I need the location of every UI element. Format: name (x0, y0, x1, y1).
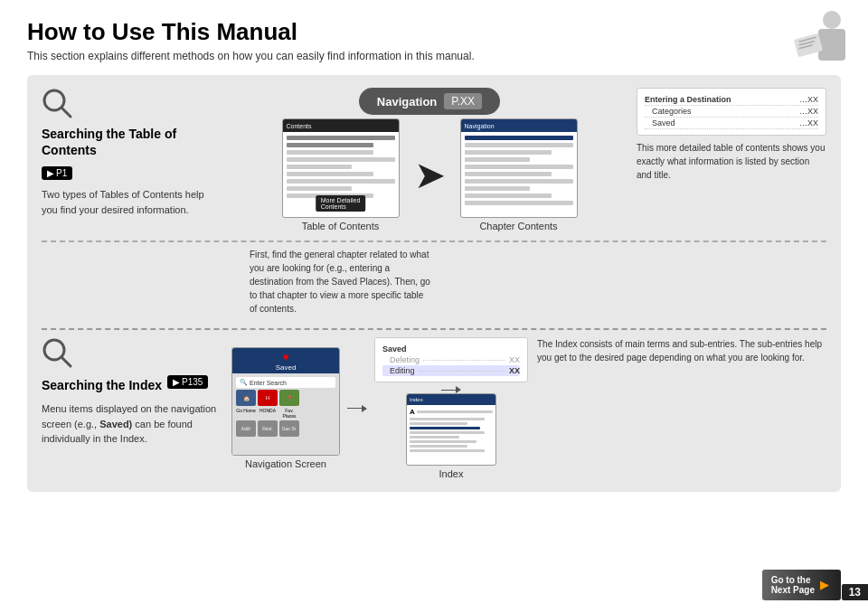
screens-row: Contents (282, 118, 578, 231)
toc-entry-box: Entering a Destination …XX Categories …X… (637, 88, 826, 136)
toc-screen-wrap: Contents (282, 118, 400, 231)
page-title: How to Use This Manual (27, 18, 841, 46)
top-section-desc: Two types of Tables of Contents help you… (42, 187, 222, 217)
i-line-highlight (410, 427, 480, 429)
bottom-right-desc: The Index consists of main terms and sub… (537, 337, 826, 364)
index-a-line (417, 410, 493, 413)
toc-screen-lines: More DetailedContents (283, 132, 399, 202)
bottom-left-col: Searching the Index P135 Menu items disp… (42, 337, 222, 447)
toc-line-4 (287, 157, 395, 162)
i-line-5 (410, 440, 476, 443)
search-magnifier: 🔍 (240, 379, 248, 386)
toc-line-2 (287, 143, 373, 147)
ch-line-3 (465, 150, 552, 155)
chapter-desc: This more detailed table of contents sho… (637, 141, 826, 182)
i-line-2 (410, 422, 467, 425)
toc-destination-page: …XX (799, 95, 818, 104)
nav-bar-label: Navigation (377, 95, 437, 108)
index-arrow-body (441, 390, 456, 391)
top-section-title: Searching the Table of Contents (42, 126, 222, 158)
chapter-screen-label: Chapter Contents (479, 221, 557, 231)
nav-screen-wrap: ♥ Saved 🔍 Enter Search 🏠 H (231, 347, 340, 469)
saved-screen-bottom: 🔍 Enter Search 🏠 H 📍 Go Home HONDA (232, 373, 339, 455)
saved-screen-top: ♥ Saved (232, 348, 339, 373)
content-area: Searching the Table of Contents P1 Two t… (27, 75, 841, 492)
page-number: 13 (842, 584, 868, 600)
top-left-col: Searching the Table of Contents P1 Two t… (42, 88, 222, 217)
index-row-editing: Editing XX (382, 365, 520, 376)
svg-point-0 (823, 11, 841, 29)
saved-label: Saved (276, 363, 297, 372)
next-page-label: Go to theNext Page (771, 575, 815, 595)
ch-line-4 (465, 157, 530, 162)
bottom-section-title: Searching the Index (42, 377, 162, 393)
right-arrow-icon: ➤ (414, 156, 446, 194)
ch-line-2 (465, 143, 573, 147)
i-line-3 (410, 431, 485, 434)
nav-screen-label: Navigation Screen (245, 458, 326, 469)
top-descriptions-row: First, find the general chapter related … (42, 248, 826, 316)
section-separator (42, 328, 826, 330)
saved-top-content: ♥ Saved (276, 351, 297, 372)
chapter-screen-wrap: Navigation (460, 118, 578, 231)
index-editing-page: XX (509, 366, 520, 375)
index-arrow-head-icon (456, 386, 461, 393)
address-icon: Addr (236, 420, 256, 437)
chapter-screen-header: Navigation (461, 119, 577, 132)
nav-bar-page: P.XX (444, 93, 482, 109)
index-row-deleting: Deleting XX (382, 354, 520, 365)
toc-row-destination: Entering a Destination …XX (645, 94, 818, 106)
index-line-dots (423, 360, 505, 361)
next-page-button[interactable]: Go to theNext Page (762, 570, 841, 600)
icon-labels: Go Home HONDA Fav. Places (236, 408, 335, 419)
bottom-arrow-1 (347, 405, 367, 412)
places-label: Fav. Places (279, 408, 299, 419)
chapter-screen: Navigation (460, 118, 578, 218)
i-line-4 (410, 436, 459, 439)
icon-grid-2: Addr Rest. Gas St. (236, 420, 335, 437)
ch-line-6 (465, 172, 552, 176)
honda-label: HONDA (258, 408, 278, 419)
page: How to Use This Manual This section expl… (0, 0, 868, 613)
index-deleting-page: XX (509, 355, 520, 364)
go-home-label: Go Home (236, 408, 256, 419)
restaurant-icon: Rest. (258, 420, 278, 437)
toc-categories-page: …XX (799, 107, 818, 116)
index-editing-label: Editing (390, 366, 415, 375)
i-line-6 (410, 445, 467, 448)
toc-row-categories: Categories …XX (645, 106, 818, 118)
enter-search-label: Enter Search (250, 380, 287, 386)
index-screen: Index A (406, 393, 496, 466)
bottom-section: Searching the Index P135 Menu items disp… (42, 337, 826, 479)
index-entry-wrap: Saved Deleting XX Editing XX (374, 337, 528, 479)
more-detailed-badge: More DetailedContents (316, 195, 366, 212)
i-line-1 (410, 418, 485, 420)
silhouette-icon (787, 9, 850, 81)
bottom-title-row: Searching the Index P135 (42, 375, 222, 396)
page-subtitle: This section explains different methods … (27, 50, 841, 62)
search-row: 🔍 Enter Search (236, 377, 335, 388)
arrow-body (347, 408, 362, 409)
ch-line-8 (465, 186, 530, 191)
ch-line-9 (465, 193, 552, 198)
arrow-head-icon (362, 405, 367, 412)
ch-line-5 (465, 165, 573, 169)
heart-icon: ♥ (282, 351, 288, 363)
top-page-ref: P1 (42, 166, 72, 180)
index-arrow-wrap (441, 386, 461, 393)
chapter-screen-lines (461, 132, 577, 209)
toc-line-3 (287, 150, 373, 155)
index-screen-wrap: Index A (406, 393, 496, 479)
toc-line-7 (287, 179, 395, 184)
i-line-7 (410, 449, 485, 452)
toc-row-saved: Saved …XX (645, 118, 818, 129)
nav-bar-mockup: Navigation P.XX (359, 88, 500, 115)
toc-screen: Contents (282, 118, 400, 218)
ch-line-7 (465, 179, 573, 184)
index-screen-lines: A (407, 405, 495, 455)
svg-line-10 (61, 357, 71, 366)
spacer-mid (439, 248, 494, 316)
honda-icon: H (258, 390, 278, 406)
toc-line-6 (287, 172, 373, 176)
bottom-diagram-area: ♥ Saved 🔍 Enter Search 🏠 H (231, 337, 528, 479)
